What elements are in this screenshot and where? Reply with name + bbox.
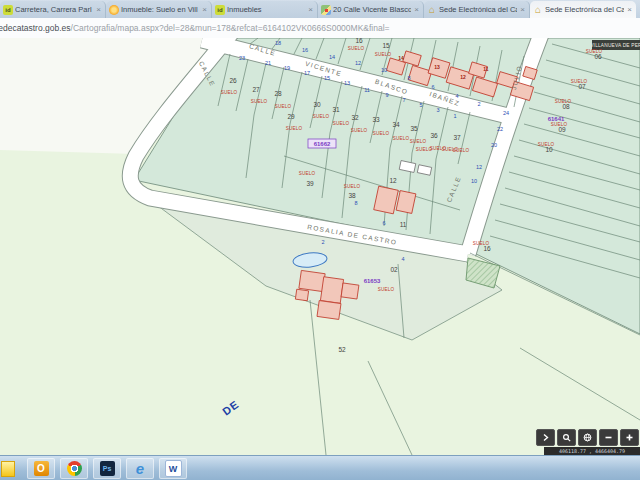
map-toolbar-button-minus[interactable] [599, 429, 618, 446]
map-label-pnum: 27 [252, 86, 260, 93]
map-label-bnum: 11 [483, 66, 489, 72]
map-label-bnum: 13 [434, 64, 440, 70]
map-toolbar-button-plus[interactable] [620, 429, 639, 446]
cadastral-map: VILLANUEVA DE PERCALLECALLEVICENTEBLASCO… [0, 38, 640, 455]
word-icon: W [165, 460, 182, 477]
map-label-pnum: 34 [392, 121, 400, 128]
tab-title: Carretera, Carrera Parl [15, 5, 93, 14]
map-label-suelo: SUELO [571, 79, 588, 84]
map-label-bnum: 14 [398, 55, 404, 61]
map-label-snum: 10 [471, 178, 477, 184]
map-label-pnum: 26 [229, 77, 237, 84]
tab-close-icon[interactable]: × [95, 6, 102, 14]
globe-icon [583, 433, 592, 442]
map-label-block: 61653 [364, 278, 381, 284]
map-label-suelo: SUELO [221, 90, 238, 95]
map-label-pnum: 29 [287, 113, 295, 120]
map-label-snum: 22 [497, 126, 503, 132]
browser-tab-2[interactable]: Inmueble: Suelo en Vill× [106, 1, 212, 18]
taskbar-item-chrome[interactable] [60, 458, 88, 479]
taskbar-item-outlook[interactable]: O [27, 458, 55, 479]
map-label-pnum: 10 [545, 146, 553, 153]
browser-tab-strip: idCarretera, Carrera Parl×Inmueble: Suel… [0, 0, 640, 18]
catastro-favicon-icon: ⌂ [427, 5, 437, 15]
outlook-icon: O [34, 461, 49, 476]
map-label-block: 61641 [548, 116, 565, 122]
map-label-snum: 5 [419, 102, 422, 108]
internet-explorer-icon: e [136, 460, 144, 477]
map-label-pnum: 08 [562, 103, 570, 110]
map-label-snum: 6 [382, 220, 385, 226]
taskbar-item-sticky-note[interactable] [0, 458, 22, 479]
map-label-pnum: 16 [483, 245, 491, 252]
map-label-pnum: 06 [594, 53, 602, 60]
map-label-snum: 11 [364, 87, 370, 93]
map-label-snum: 4 [455, 93, 458, 99]
map-label-snum: 2 [321, 239, 324, 245]
map-toolbar-button-search[interactable] [557, 429, 576, 446]
map-label-suelo: SUELO [333, 121, 350, 126]
map-toolbar-button-globe[interactable] [578, 429, 597, 446]
map-label-suelo: SUELO [275, 104, 292, 109]
map-label-pnum: 35 [410, 125, 418, 132]
map-label-suelo: SUELO [251, 99, 268, 104]
taskbar-item-word[interactable]: W [159, 458, 187, 479]
map-label-snum: 6 [431, 84, 434, 90]
tab-close-icon[interactable]: × [413, 6, 420, 14]
coordinate-status-bar: 406118.77 , 4466404.79 [544, 447, 640, 455]
map-label-suelo: SUELO [586, 49, 603, 54]
map-label-pnum: 30 [313, 101, 321, 108]
dot-favicon-icon [109, 5, 119, 15]
cadastral-map-viewport[interactable]: VILLANUEVA DE PERCALLECALLEVICENTEBLASCO… [0, 38, 640, 455]
map-label-pnum: 16 [355, 38, 363, 44]
browser-tab-3[interactable]: idInmuebles× [212, 1, 318, 18]
map-label-snum: 13 [344, 80, 350, 86]
map-label-snum: 20 [491, 142, 497, 148]
map-label-suelo: SUELO [442, 147, 459, 152]
browser-tab-6[interactable]: ⌂Sede Electrónica del Ca× [530, 1, 636, 18]
map-label-pnum: 39 [306, 180, 314, 187]
map-label-suelo: SUELO [473, 241, 490, 246]
map-label-pnum: 32 [351, 114, 359, 121]
map-label-suelo: SUELO [348, 46, 365, 51]
map-label-suelo: SUELO [286, 126, 303, 131]
map-label-suelo: SUELO [375, 52, 392, 57]
browser-tab-5[interactable]: ⌂Sede Electrónica del Ca× [424, 1, 530, 18]
browser-tab-4[interactable]: 20 Calle Vicente Blasco× [318, 1, 424, 18]
tab-title: Sede Electrónica del Ca [545, 5, 624, 14]
map-label-suelo: SUELO [313, 114, 330, 119]
tab-title: Inmueble: Suelo en Vill [121, 5, 199, 14]
tab-close-icon[interactable]: × [626, 6, 633, 14]
map-label-pnum: 36 [430, 132, 438, 139]
maps-favicon-icon [321, 5, 331, 15]
tab-close-icon[interactable]: × [519, 6, 526, 14]
plus-icon [625, 433, 634, 442]
map-label-suelo: SUELO [299, 171, 316, 176]
map-label-suelo: SUELO [393, 136, 410, 141]
map-toolbar-button-chevron-right[interactable] [536, 429, 555, 446]
map-label-snum: 2 [477, 101, 480, 107]
map-label-pnum: 28 [274, 90, 282, 97]
map-label-snum: 18 [275, 40, 281, 46]
map-toolbar [534, 429, 639, 446]
address-bar[interactable]: sedecatastro.gob.es/Cartografia/mapa.asp… [0, 18, 640, 39]
map-label-pnum: 07 [578, 83, 586, 90]
map-label-snum: 7 [402, 97, 405, 103]
map-label-pnum: 37 [453, 134, 461, 141]
map-label-snum: 8 [354, 200, 357, 206]
map-label-block: 61662 [314, 141, 331, 147]
tab-close-icon[interactable]: × [307, 6, 314, 14]
browser-tab-1[interactable]: idCarretera, Carrera Parl× [0, 1, 106, 18]
map-label-pnum: 33 [372, 116, 380, 123]
map-label-pnum: 11 [400, 221, 407, 228]
taskbar-item-photoshop[interactable]: Ps [93, 458, 121, 479]
map-label-suelo: SUELO [351, 128, 368, 133]
map-label-snum: 8 [407, 75, 410, 81]
search-icon [562, 433, 571, 442]
chevron-right-icon [541, 433, 550, 442]
tab-close-icon[interactable]: × [201, 6, 208, 14]
map-label-snum: 21 [265, 60, 271, 66]
map-label-bnum: 12 [460, 74, 466, 80]
taskbar-item-internet-explorer[interactable]: e [126, 458, 154, 479]
map-label-snum: 4 [401, 256, 404, 262]
